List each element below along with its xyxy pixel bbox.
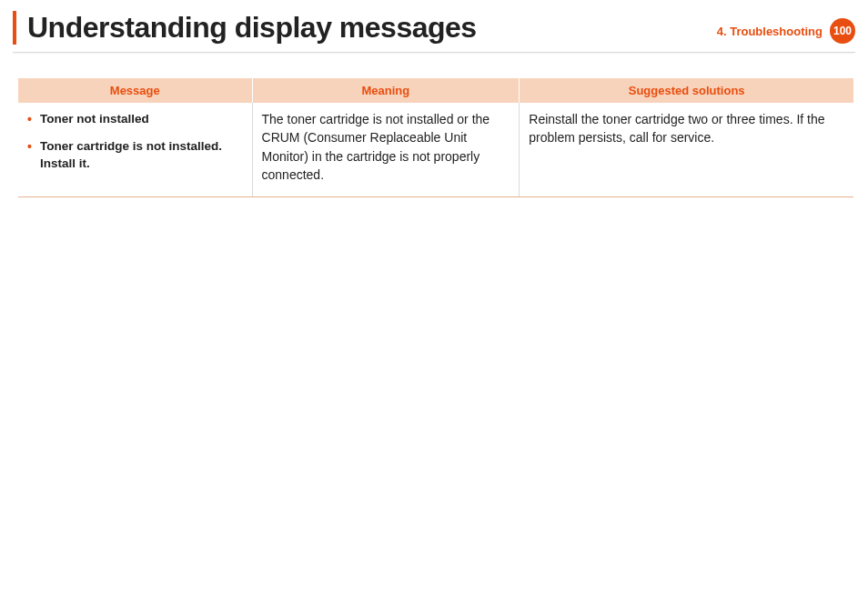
message-item: Toner cartridge is not installed. Instal… [27,137,243,173]
accent-bar [13,11,16,45]
cell-meaning: The toner cartridge is not installed or … [252,103,520,197]
message-list: Toner not installed Toner cartridge is n… [27,110,243,173]
messages-table: Message Meaning Suggested solutions Tone… [18,78,853,197]
content-area: Message Meaning Suggested solutions Tone… [0,53,868,197]
table-header-row: Message Meaning Suggested solutions [18,78,853,103]
table-row: Toner not installed Toner cartridge is n… [18,103,853,197]
message-item: Toner not installed [27,110,243,128]
page-header: Understanding display messages 4. Troubl… [0,0,868,52]
header-meaning: Meaning [252,78,520,103]
page-title: Understanding display messages [27,11,477,45]
header-message: Message [18,78,252,103]
title-wrap: Understanding display messages [0,11,477,45]
cell-solution: Reinstall the toner cartridge two or thr… [520,103,853,197]
chapter-label: 4. Troubleshooting [717,25,823,38]
page-number-badge: 100 [830,18,855,44]
header-right: 4. Troubleshooting 100 [717,11,868,44]
header-solutions: Suggested solutions [520,78,853,103]
cell-message: Toner not installed Toner cartridge is n… [18,103,252,197]
